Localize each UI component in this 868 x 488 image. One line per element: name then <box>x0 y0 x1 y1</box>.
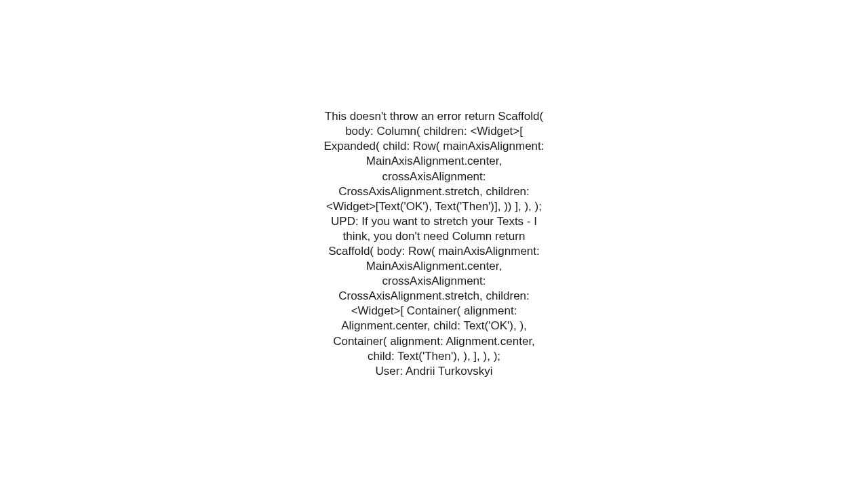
post-body: This doesn't throw an error return Scaff… <box>323 110 544 363</box>
post-user-line: User: Andrii Turkovskyi <box>319 364 549 379</box>
user-name: Andrii Turkovskyi <box>406 365 492 378</box>
post-content: This doesn't throw an error return Scaff… <box>319 109 549 379</box>
user-label: User: <box>376 365 406 378</box>
